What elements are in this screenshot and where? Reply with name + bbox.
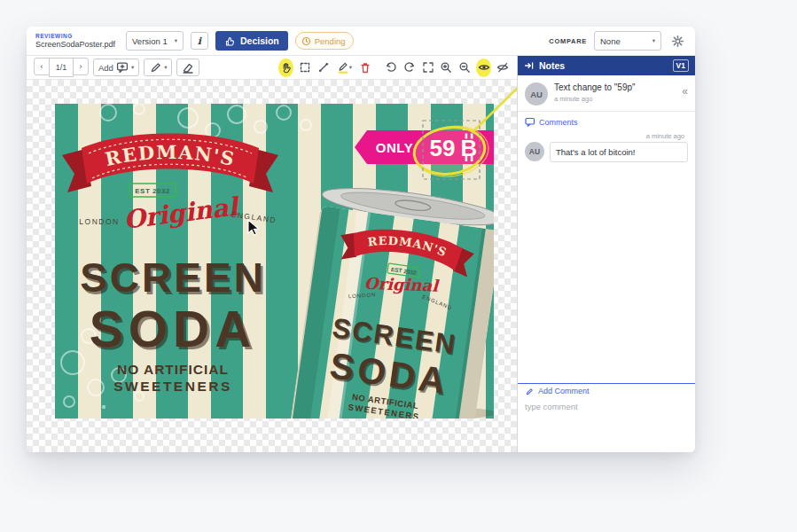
comments-label: Comments	[539, 118, 578, 127]
page-pager: ‹ 1/1 ›	[34, 58, 89, 77]
settings-button[interactable]	[668, 32, 686, 50]
eye-icon	[478, 61, 490, 74]
caret-down-icon: ▾	[164, 64, 167, 71]
version-select-value: Version 1	[132, 36, 168, 46]
caret-down-icon: ▾	[349, 64, 352, 71]
hand-icon	[280, 61, 293, 74]
status-badge: Pending	[295, 32, 354, 50]
poster-est-text: EST 2032	[135, 187, 170, 195]
line-icon	[317, 61, 330, 74]
collapse-note-icon[interactable]: «	[682, 85, 688, 98]
proof-canvas[interactable]: REDMAN'S EST 2032 Original LONDON ENGLAN…	[27, 80, 517, 452]
compare-select-value: None	[600, 36, 621, 46]
file-name: ScreenSodaPoster.pdf	[35, 40, 115, 49]
page-indicator: 1/1	[49, 58, 74, 77]
zoom-out-button[interactable]	[457, 59, 472, 76]
draw-tool-button[interactable]: ▾	[144, 59, 172, 76]
poster-can: REDMAN'S EST 2032 Original LONDON ENGLAN…	[290, 181, 494, 419]
line-tool-button[interactable]	[316, 59, 331, 76]
poster-title-bottom: SODA	[90, 301, 257, 357]
comment-item[interactable]: AU That's a lot of bitcoin!	[518, 142, 695, 162]
comment-timestamp: a minute ago	[646, 132, 684, 140]
comments-thread: Comments a minute ago AU That's a lot of…	[518, 112, 695, 384]
file-info: REVIEWING ScreenSodaPoster.pdf	[35, 33, 115, 49]
zoom-out-icon	[458, 61, 471, 74]
price-currency-bitcoin-text: B	[461, 135, 478, 161]
version-badge: V1	[673, 59, 689, 72]
caret-down-icon: ▾	[175, 37, 177, 44]
notes-panel-header[interactable]: Notes V1	[518, 56, 695, 75]
decision-thumb-icon	[224, 35, 236, 47]
eraser-button[interactable]	[176, 59, 199, 76]
poster-tagline-top: NO ARTIFICIAL	[117, 362, 229, 377]
show-annotations-button[interactable]	[476, 59, 491, 77]
redo-button[interactable]	[402, 59, 417, 76]
main-area: ‹ 1/1 › Add ▾ ▾	[27, 55, 695, 452]
notes-panel: Notes V1 AU Text change to "59p" a minut…	[518, 56, 695, 452]
comment-plus-icon	[116, 61, 129, 74]
pan-tool-button[interactable]	[278, 59, 293, 77]
review-window: REVIEWING ScreenSodaPoster.pdf Version 1…	[27, 27, 695, 452]
note-timestamp: a minute ago	[554, 95, 636, 103]
annotation-toolbar: ‹ 1/1 › Add ▾ ▾	[27, 56, 517, 80]
eye-off-icon	[496, 61, 509, 74]
comment-input[interactable]	[518, 398, 695, 452]
note-text: Text change to "59p"	[554, 82, 636, 92]
reviewing-label: REVIEWING	[35, 33, 115, 39]
top-bar: REVIEWING ScreenSodaPoster.pdf Version 1…	[27, 27, 695, 55]
gear-icon	[671, 35, 684, 48]
comments-header: Comments	[518, 112, 695, 130]
add-comment-button[interactable]: Add Comment	[518, 384, 695, 398]
compare-label: COMPARE	[549, 37, 587, 45]
redo-icon	[403, 61, 416, 74]
undo-icon	[385, 61, 397, 74]
marquee-icon	[299, 61, 311, 74]
delete-annotation-button[interactable]	[358, 59, 372, 76]
next-page-button[interactable]: ›	[73, 58, 89, 75]
add-comment-pencil-icon	[525, 387, 535, 396]
add-annotation-button[interactable]: Add ▾	[93, 59, 139, 76]
fit-screen-button[interactable]	[421, 59, 435, 76]
version-select[interactable]: Version 1 ▾	[126, 31, 184, 51]
expand-icon	[422, 61, 434, 74]
decision-button[interactable]: Decision	[215, 31, 288, 51]
hide-annotations-button[interactable]	[496, 59, 510, 76]
comment-avatar: AU	[525, 142, 544, 161]
notes-title: Notes	[539, 60, 565, 71]
price-only-text: ONLY	[376, 140, 413, 155]
poster-tagline-bottom: SWEETENERS	[113, 379, 232, 394]
info-button[interactable]: i	[191, 32, 208, 50]
zoom-in-button[interactable]	[440, 59, 454, 76]
compare-select[interactable]: None ▾	[594, 31, 661, 51]
marquee-tool-button[interactable]	[298, 59, 312, 76]
panel-collapse-arrow-icon	[524, 60, 535, 71]
note-avatar: AU	[525, 82, 548, 106]
poster-proof: REDMAN'S EST 2032 Original LONDON ENGLAN…	[55, 104, 494, 419]
zoom-in-icon	[440, 61, 452, 74]
note-item[interactable]: AU Text change to "59p" a minute ago «	[518, 75, 695, 112]
eraser-icon	[182, 61, 194, 74]
pen-color-button[interactable]: ▾	[335, 59, 354, 76]
pen-icon	[149, 61, 161, 74]
caret-down-icon: ▾	[131, 64, 134, 71]
add-comment-label: Add Comment	[538, 387, 590, 395]
caret-down-icon: ▾	[652, 37, 655, 44]
poster-london-text: LONDON	[79, 217, 119, 226]
clock-icon	[301, 36, 311, 46]
canvas-column: ‹ 1/1 › Add ▾ ▾	[27, 56, 518, 452]
poster-title-top: SCREEN	[80, 254, 266, 301]
comments-bubble-icon	[525, 117, 535, 128]
price-value-text: 59	[430, 135, 456, 161]
poster-price-flash: ONLY 59 B	[355, 130, 494, 164]
comment-text: That's a lot of bitcoin!	[550, 142, 688, 162]
undo-button[interactable]	[384, 59, 398, 76]
trash-icon	[359, 61, 371, 74]
prev-page-button[interactable]: ‹	[34, 58, 50, 75]
marker-yellow-icon	[337, 61, 349, 74]
